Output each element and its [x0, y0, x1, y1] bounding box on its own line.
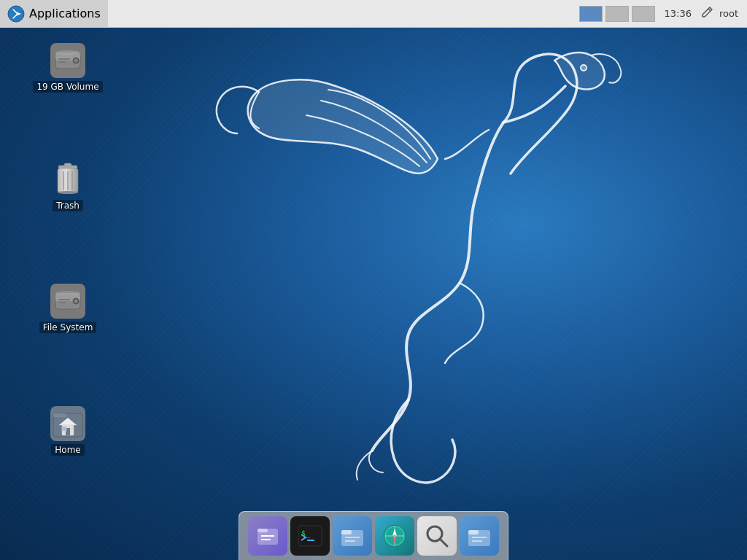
svg-rect-11 [64, 163, 71, 166]
dock-filemanager-icon[interactable] [333, 516, 372, 556]
workspace-3[interactable] [632, 6, 655, 22]
svg-rect-7 [58, 58, 70, 60]
dock-files-icon[interactable] [248, 516, 287, 556]
svg-point-6 [74, 59, 77, 62]
top-panel: Applications 13:36 root [0, 0, 747, 28]
workspace-1[interactable] [579, 6, 603, 22]
kali-logo-icon [7, 5, 25, 23]
trash-label: Trash [53, 200, 83, 211]
dock-search-icon[interactable] [417, 516, 457, 556]
pen-icon[interactable] [700, 6, 713, 22]
panel-right: 13:36 root [579, 6, 747, 22]
trash-icon-image [50, 162, 85, 197]
svg-rect-8 [58, 61, 66, 63]
svg-rect-25 [53, 413, 66, 417]
volume-icon[interactable]: 19 GB Volume [35, 40, 101, 96]
home-icon-image [50, 406, 85, 441]
svg-rect-22 [58, 302, 66, 303]
clock-display: 13:36 [658, 8, 697, 19]
volume-label: 19 GB Volume [33, 81, 102, 93]
home-icon[interactable]: Home [35, 403, 101, 459]
trash-svg [54, 163, 82, 196]
svg-point-2 [581, 65, 587, 71]
dock-browser-icon[interactable] [375, 516, 414, 556]
workspace-2[interactable] [605, 6, 629, 22]
filesystem-svg [53, 286, 83, 316]
svg-rect-31 [258, 529, 268, 532]
dock-terminal-icon[interactable]: $_ [290, 516, 330, 556]
trash-icon[interactable]: Trash [35, 159, 101, 214]
filesystem-icon-image [50, 284, 85, 319]
home-svg [52, 408, 84, 440]
svg-point-0 [8, 6, 24, 22]
user-label: root [716, 8, 741, 19]
svg-rect-29 [62, 427, 66, 431]
applications-menu[interactable]: Applications [0, 0, 108, 28]
applications-label: Applications [29, 7, 101, 20]
volume-icon-image [50, 43, 85, 78]
svg-rect-50 [468, 530, 479, 534]
hdd-svg [53, 45, 83, 76]
svg-point-20 [74, 300, 77, 303]
dock: $_ [239, 511, 508, 560]
svg-rect-21 [58, 299, 70, 300]
svg-point-23 [55, 291, 80, 295]
svg-rect-38 [341, 530, 352, 534]
home-label: Home [51, 444, 84, 456]
svg-point-9 [55, 50, 80, 55]
panel-left: Applications [0, 0, 108, 28]
filesystem-label: File System [39, 322, 97, 333]
svg-point-16 [58, 191, 78, 194]
desktop: Applications 13:36 root [0, 0, 747, 560]
filesystem-icon[interactable]: File System [35, 281, 101, 336]
dock-folder-icon[interactable] [460, 516, 499, 556]
svg-line-48 [440, 539, 447, 546]
dragon-logo [0, 28, 747, 560]
svg-line-1 [708, 9, 711, 11]
